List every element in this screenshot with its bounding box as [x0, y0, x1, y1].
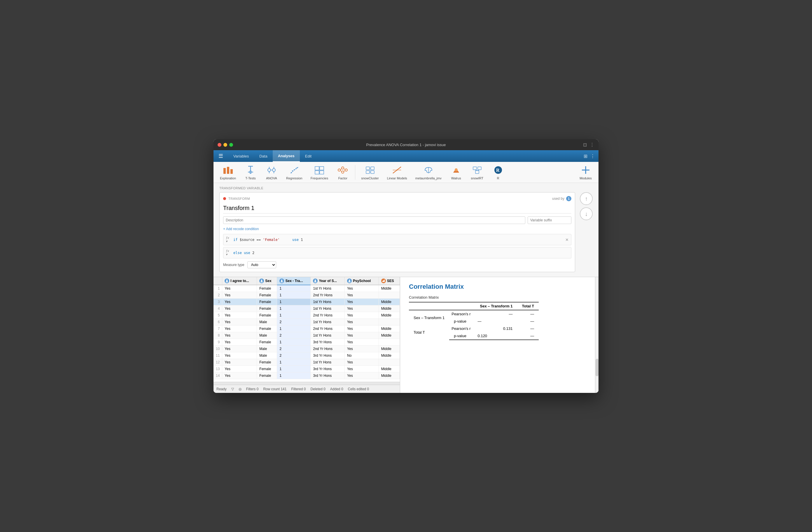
cell-sex[interactable]: Male [257, 319, 277, 326]
table-row[interactable]: 3YesFemale11st Yr HonsYesMiddle [214, 299, 400, 305]
tool-walrus[interactable]: Walrus [446, 163, 466, 182]
cell-sex-tra[interactable]: 1 [277, 359, 310, 366]
cell-agree[interactable]: Yes [222, 372, 257, 379]
cell-year[interactable]: 3rd Yr Hons [310, 352, 345, 359]
vertical-scrollbar[interactable] [595, 277, 598, 393]
recode-close-1[interactable]: ✕ [565, 238, 569, 242]
cell-ses[interactable]: Middle [379, 366, 400, 372]
cell-sex-tra[interactable]: 1 [277, 312, 310, 319]
nav-analyses[interactable]: Analyses [273, 150, 300, 162]
horizontal-scrollbar[interactable] [214, 382, 400, 385]
cell-sex[interactable]: Female [257, 312, 277, 319]
cell-sex-tra[interactable]: 2 [277, 346, 310, 352]
tool-linear-models[interactable]: Linear Models [383, 163, 411, 182]
cell-sex[interactable]: Female [257, 285, 277, 292]
more-icon[interactable]: ⋮ [590, 142, 594, 147]
cell-sex-tra[interactable]: 1 [277, 292, 310, 299]
tool-regression[interactable]: Regression [282, 163, 306, 182]
cell-sex[interactable]: Female [257, 292, 277, 299]
table-row[interactable]: 11YesMale23rd Yr HonsNoMiddle [214, 352, 400, 359]
cell-sex[interactable]: Female [257, 366, 277, 372]
cell-psy[interactable]: Yes [345, 346, 379, 352]
cell-ses[interactable]: Middle [379, 312, 400, 319]
maximize-button[interactable] [229, 143, 233, 147]
cell-psy[interactable]: Yes [345, 285, 379, 292]
cell-sex[interactable]: Female [257, 359, 277, 366]
cell-sex-tra[interactable]: 1 [277, 366, 310, 372]
cell-psy[interactable]: Yes [345, 366, 379, 372]
data-table-wrapper[interactable]: I agree to... Sex [214, 277, 400, 382]
cell-ses[interactable] [379, 319, 400, 326]
cell-ses[interactable]: Middle [379, 326, 400, 332]
cell-psy[interactable]: Yes [345, 312, 379, 319]
nav-grid-icon[interactable]: ⊞ [584, 154, 588, 159]
cell-sex-tra[interactable]: 1 [277, 305, 310, 312]
cell-agree[interactable]: Yes [222, 326, 257, 332]
cell-psy[interactable]: Yes [345, 326, 379, 332]
cell-agree[interactable]: Yes [222, 292, 257, 299]
minimize-button[interactable] [223, 143, 227, 147]
cell-agree[interactable]: Yes [222, 359, 257, 366]
tool-snowirt[interactable]: snowIRT [467, 163, 487, 182]
nav-variables[interactable]: Variables [228, 150, 254, 162]
tool-metaumbrella[interactable]: metaumbrella_jmv [412, 163, 445, 182]
cell-ses[interactable]: Middle [379, 285, 400, 292]
nav-down-btn[interactable]: ↓ [580, 207, 593, 220]
cell-agree[interactable]: Yes [222, 319, 257, 326]
tool-t-tests[interactable]: T-Tests [241, 163, 260, 182]
table-row[interactable]: 1YesFemale11st Yr HonsYesMiddle [214, 285, 400, 292]
cell-sex-tra[interactable]: 2 [277, 332, 310, 339]
tool-factor[interactable]: Factor [333, 163, 353, 182]
suffix-input[interactable] [527, 216, 571, 224]
hamburger-menu[interactable]: ☰ [214, 150, 228, 162]
col-agree[interactable]: I agree to... [222, 277, 257, 285]
table-row[interactable]: 2YesFemale12nd Yr HonsYes [214, 292, 400, 299]
cell-sex-tra[interactable]: 2 [277, 319, 310, 326]
nav-up-btn[interactable]: ↑ [580, 192, 593, 205]
measure-type-select[interactable]: Auto Continuous Ordinal Nominal ID [247, 261, 276, 268]
cell-agree[interactable]: Yes [222, 305, 257, 312]
table-row[interactable]: 9YesFemale13rd Yr HonsYes [214, 339, 400, 346]
cell-year[interactable]: 1st Yr Hons [310, 299, 345, 305]
cell-psy[interactable]: Yes [345, 319, 379, 326]
cell-agree[interactable]: Yes [222, 346, 257, 352]
cell-sex[interactable]: Male [257, 346, 277, 352]
cell-psy[interactable]: Yes [345, 299, 379, 305]
cell-agree[interactable]: Yes [222, 312, 257, 319]
cell-sex[interactable]: Female [257, 372, 277, 379]
tool-modules[interactable]: Modules [576, 163, 596, 182]
cell-psy[interactable]: Yes [345, 332, 379, 339]
cell-ses[interactable]: Middle [379, 299, 400, 305]
table-row[interactable]: 7YesFemale12nd Yr HonsYesMiddle [214, 326, 400, 332]
col-year[interactable]: Year of S... [310, 277, 345, 285]
table-row[interactable]: 5YesFemale12nd Yr HonsYesMiddle [214, 312, 400, 319]
cell-year[interactable]: 1st Yr Hons [310, 285, 345, 292]
cell-year[interactable]: 2nd Yr Hons [310, 312, 345, 319]
tool-snowcluster[interactable]: snowCluster [358, 163, 382, 182]
cell-psy[interactable]: No [345, 352, 379, 359]
col-ses[interactable]: SES [379, 277, 400, 285]
cell-sex[interactable]: Male [257, 352, 277, 359]
status-eye-icon[interactable]: ◎ [238, 387, 242, 391]
cell-ses[interactable]: Middle [379, 305, 400, 312]
description-input[interactable] [223, 216, 525, 224]
table-row[interactable]: 14YesFemale13rd Yr HonsYesMiddle [214, 372, 400, 379]
cell-agree[interactable]: Yes [222, 339, 257, 346]
tool-r[interactable]: R R [488, 163, 508, 182]
nav-edit[interactable]: Edit [300, 150, 317, 162]
cell-sex-tra[interactable]: 1 [277, 299, 310, 305]
cell-psy[interactable]: Yes [345, 292, 379, 299]
cell-agree[interactable]: Yes [222, 332, 257, 339]
table-row[interactable]: 6YesMale21st Yr HonsYes [214, 319, 400, 326]
tool-exploration[interactable]: Exploration [216, 163, 240, 182]
expand-icon[interactable]: ⊡ [583, 142, 587, 147]
table-row[interactable]: 8YesMale21st Yr HonsYesMiddle [214, 332, 400, 339]
status-filter-icon[interactable]: ▽ [231, 387, 234, 391]
cell-year[interactable]: 1st Yr Hons [310, 359, 345, 366]
cell-ses[interactable] [379, 339, 400, 346]
cell-psy[interactable]: Yes [345, 359, 379, 366]
cell-sex-tra[interactable]: 1 [277, 372, 310, 379]
cell-ses[interactable]: Middle [379, 332, 400, 339]
cell-year[interactable]: 2nd Yr Hons [310, 292, 345, 299]
transform-name-input[interactable] [223, 204, 571, 214]
